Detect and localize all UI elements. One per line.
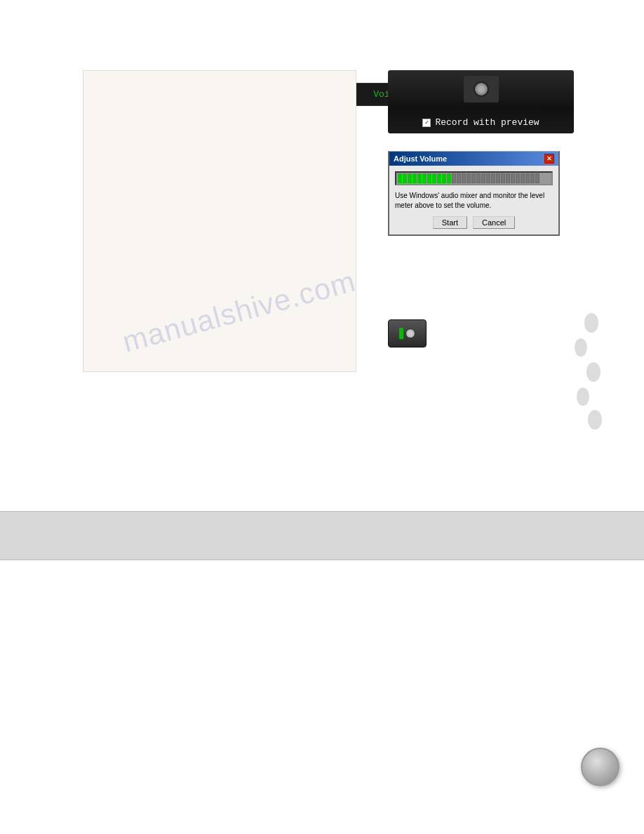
volume-bar-gray-4 <box>467 173 471 183</box>
volume-bar-green-7 <box>427 173 431 183</box>
volume-bar-gray-5 <box>471 173 476 183</box>
timeline-strip <box>0 511 644 560</box>
volume-bar-green-10 <box>442 173 446 183</box>
small-record-button[interactable] <box>388 319 427 348</box>
dialog-title: Adjust Volume <box>394 154 447 163</box>
volume-bar-gray-18 <box>535 173 539 183</box>
svg-point-4 <box>588 410 602 430</box>
svg-point-3 <box>577 388 589 406</box>
record-preview-widget: Record with preview <box>388 70 574 133</box>
volume-bar-gray-6 <box>476 173 481 183</box>
volume-bar-green-5 <box>417 173 422 183</box>
volume-bar-gray-13 <box>511 173 515 183</box>
volume-bar-gray-12 <box>506 173 510 183</box>
volume-bar-gray-2 <box>457 173 461 183</box>
volume-bar-gray-9 <box>491 173 495 183</box>
volume-bar-green-6 <box>422 173 427 183</box>
volume-bar-green-1 <box>398 173 402 183</box>
volume-bar-green-9 <box>437 173 441 183</box>
volume-bar-green-2 <box>403 173 407 183</box>
volume-bar-gray-14 <box>516 173 520 183</box>
dialog-titlebar: Adjust Volume ✕ <box>389 152 558 166</box>
dialog-buttons: Start Cancel <box>395 216 553 229</box>
volume-bar-gray-1 <box>452 173 456 183</box>
camera-icon <box>464 76 499 102</box>
volume-bar-gray-16 <box>525 173 530 183</box>
record-led-icon <box>399 328 403 339</box>
dialog-body: Use Windows' audio mixer and monitor the… <box>389 166 558 234</box>
record-preview-label: Record with preview <box>435 117 539 128</box>
volume-bar-gray-10 <box>496 173 500 183</box>
volume-bar-gray-17 <box>530 173 535 183</box>
svg-point-2 <box>586 362 601 382</box>
volume-meter <box>395 171 553 185</box>
volume-bar-gray-7 <box>481 173 485 183</box>
dialog-close-button[interactable]: ✕ <box>544 154 554 164</box>
volume-bar-green-8 <box>432 173 436 183</box>
dialog-cancel-button[interactable]: Cancel <box>473 216 515 229</box>
volume-bar-green-3 <box>408 173 412 183</box>
adjust-volume-dialog: Adjust Volume ✕ <box>388 151 560 236</box>
record-preview-checkbox[interactable] <box>422 119 431 127</box>
volume-bar-gray-15 <box>521 173 525 183</box>
volume-bar-green-11 <box>447 173 451 183</box>
record-dot-icon <box>405 329 415 338</box>
volume-bar-gray-8 <box>486 173 490 183</box>
record-checkbox-row[interactable]: Record with preview <box>422 117 539 128</box>
svg-point-0 <box>584 313 598 333</box>
volume-bar-gray-11 <box>501 173 505 183</box>
svg-point-1 <box>575 338 587 357</box>
preview-panel <box>83 70 356 372</box>
dialog-start-button[interactable]: Start <box>433 216 467 229</box>
dialog-description: Use Windows' audio mixer and monitor the… <box>395 191 553 211</box>
navigation-circle-button[interactable] <box>581 748 619 786</box>
volume-bar-gray-3 <box>462 173 466 183</box>
footprint-decoration <box>553 309 623 449</box>
volume-bar-green-4 <box>412 173 417 183</box>
camera-lens <box>474 81 489 97</box>
